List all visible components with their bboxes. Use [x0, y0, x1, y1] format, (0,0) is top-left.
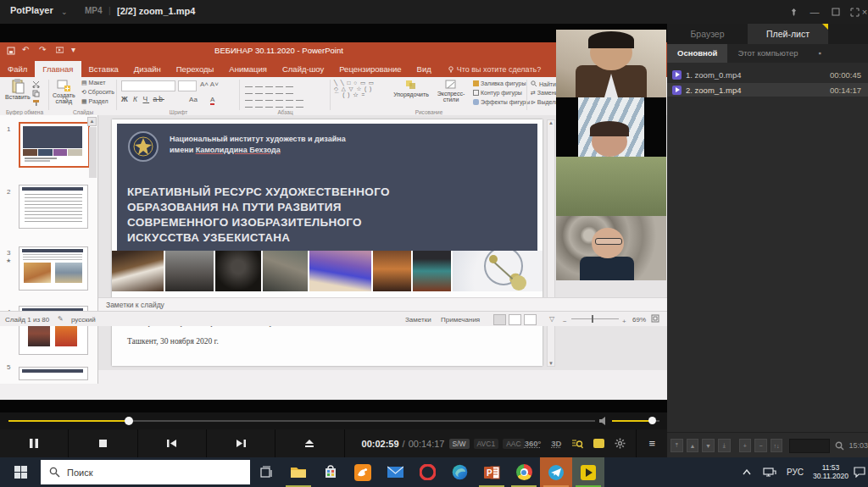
subtab-more[interactable]: ▪ [808, 44, 831, 63]
subtab-main[interactable]: Основной [667, 44, 727, 63]
sort-button[interactable]: ↑↓ [771, 439, 783, 452]
zoom-in-button[interactable]: + [622, 318, 626, 325]
slide-thumbnail-3[interactable] [19, 246, 88, 291]
font-color-button[interactable]: А [210, 96, 214, 105]
language-indicator[interactable]: РУС [782, 457, 809, 487]
scene-search-icon[interactable] [571, 439, 583, 449]
reading-view-button[interactable] [524, 314, 537, 325]
slide-thumbnail-panel[interactable]: 1 2 3 ★ [0, 115, 98, 384]
layout-button[interactable]: ▤ Макет [81, 80, 105, 86]
copy-icon[interactable] [32, 90, 40, 97]
zoom-out-button[interactable]: − [563, 318, 567, 325]
potplayer-taskbar-icon[interactable] [572, 457, 604, 487]
action-center-icon[interactable] [850, 457, 868, 487]
quick-styles-button[interactable]: Экспресс-стили [432, 80, 470, 102]
move-up-button[interactable]: ▲ [687, 439, 699, 452]
zoom-percent[interactable]: 69% [632, 316, 646, 324]
arrange-button[interactable]: Упорядочить [392, 80, 431, 97]
thumb-scrollbar[interactable] [89, 127, 97, 178]
playlist-search-input[interactable] [789, 439, 830, 453]
settings-gear-icon[interactable] [615, 438, 626, 449]
font-name-input[interactable] [121, 80, 175, 91]
grow-shrink-font-icons[interactable]: A˄ A˅ [200, 80, 219, 88]
network-icon[interactable] [758, 457, 782, 487]
add-item-button[interactable]: + [739, 439, 752, 452]
notes-toggle[interactable]: Заметки [405, 316, 431, 324]
underline-button[interactable]: Ч [142, 95, 149, 103]
tab-playlist[interactable]: Плей-лист [748, 24, 828, 44]
previous-button[interactable] [138, 429, 207, 457]
slideshow-button[interactable]: ▽ [549, 315, 554, 323]
thumb-scroll-up[interactable]: ▲ [87, 117, 97, 126]
italic-button[interactable]: К [133, 95, 139, 103]
shape-fill-button[interactable]: Заливка фигуры [473, 80, 526, 86]
webcam-participant-4[interactable] [556, 216, 666, 280]
reset-button[interactable]: ⟲ Сбросить [81, 89, 114, 96]
tab-design[interactable]: Дизайн [126, 61, 169, 77]
webcam-participant-2[interactable] [556, 97, 666, 157]
powerpoint-icon[interactable]: P [476, 457, 508, 487]
opera-icon[interactable] [411, 457, 443, 487]
slide-thumbnail-2[interactable] [19, 185, 88, 229]
font-style-buttons[interactable]: Ж К Ч ab [121, 95, 164, 103]
fit-slide-button[interactable] [651, 314, 659, 323]
volume-icon[interactable] [598, 416, 609, 426]
tab-browser[interactable]: Браузер [667, 24, 748, 44]
video-area[interactable]: ↶ ↷ ▾ ВЕБИНАР 30.11.2020 - PowerPoint Фа… [0, 24, 667, 412]
seek-handle[interactable] [125, 417, 133, 425]
tab-file[interactable]: Файл [0, 61, 35, 77]
cut-icon[interactable] [32, 80, 40, 88]
playlist-item-2[interactable]: 2. zoom_1.mp4 00:14:17 [667, 83, 868, 97]
mail-icon[interactable] [379, 457, 411, 487]
tab-review[interactable]: Рецензирование [331, 61, 409, 77]
slide-thumbnail-5[interactable] [19, 367, 88, 380]
scroll-down-icon[interactable]: ▼ [548, 361, 554, 366]
slide-sorter-button[interactable] [509, 314, 521, 325]
bold-button[interactable]: Ж [121, 95, 130, 103]
eject-button[interactable] [275, 429, 344, 457]
notes-pane[interactable]: Заметки к слайду [98, 297, 667, 312]
potplayer-titlebar[interactable]: PotPlayer ⌄ MP4 | [2/2] zoom_1.mp4 — × [0, 0, 868, 24]
chrome-icon[interactable] [508, 457, 540, 487]
edge-icon[interactable] [443, 457, 476, 487]
shape-outline-button[interactable]: Контур фигуры [473, 90, 522, 96]
clock[interactable]: 11:5330.11.2020 [809, 457, 853, 487]
shape-effects-button[interactable]: Эффекты фигуры [473, 99, 530, 105]
view-buttons[interactable] [493, 314, 539, 327]
pin-icon[interactable] [784, 5, 803, 19]
webcam-participant-1[interactable] [556, 30, 666, 97]
section-button[interactable]: ▦ Раздел [81, 98, 108, 105]
comments-toggle[interactable]: Примечания [441, 316, 480, 324]
move-down-button[interactable]: ▼ [702, 439, 715, 452]
slide-thumbnail-1[interactable] [19, 122, 90, 168]
tray-chevron-icon[interactable] [736, 457, 758, 487]
subtitle-panel-icon[interactable] [593, 439, 604, 448]
search-icon[interactable] [835, 441, 844, 451]
start-button[interactable] [0, 457, 41, 487]
volume-handle[interactable] [648, 417, 656, 424]
close-button[interactable]: × [861, 5, 868, 19]
tab-slideshow[interactable]: Слайд-шоу [275, 61, 331, 77]
tab-insert[interactable]: Вставка [81, 61, 126, 77]
tab-animations[interactable]: Анимация [221, 61, 275, 77]
remove-item-button[interactable]: − [754, 439, 767, 452]
potplayer-menu[interactable]: PotPlayer [10, 5, 53, 15]
find-button[interactable]: Найти [531, 80, 556, 87]
zoom-slider-handle[interactable] [592, 315, 593, 323]
slide-scrollbar[interactable]: ▲ ▼ [547, 119, 555, 367]
playlist-item-1[interactable]: 1. zoom_0.mp4 00:00:45 [667, 68, 868, 81]
slide-canvas[interactable]: Национальный институт художеств и дизайн… [112, 119, 542, 366]
new-slide-button[interactable]: Создатьслайд [53, 79, 75, 104]
tab-transitions[interactable]: Переходы [169, 61, 222, 77]
3d-button[interactable]: 3D [551, 439, 561, 448]
move-bottom-button[interactable]: ⤓ [718, 439, 731, 452]
chevron-down-icon[interactable]: ⌄ [61, 8, 68, 16]
uc-browser-icon[interactable] [347, 457, 379, 487]
stop-button[interactable] [69, 429, 137, 457]
move-top-button[interactable]: ⤒ [670, 439, 683, 452]
pause-button[interactable] [0, 429, 69, 457]
tab-home[interactable]: Главная [35, 61, 81, 77]
change-case-button[interactable]: Аа [189, 96, 198, 103]
file-explorer-icon[interactable] [282, 457, 314, 487]
minimize-button[interactable]: — [805, 5, 824, 19]
